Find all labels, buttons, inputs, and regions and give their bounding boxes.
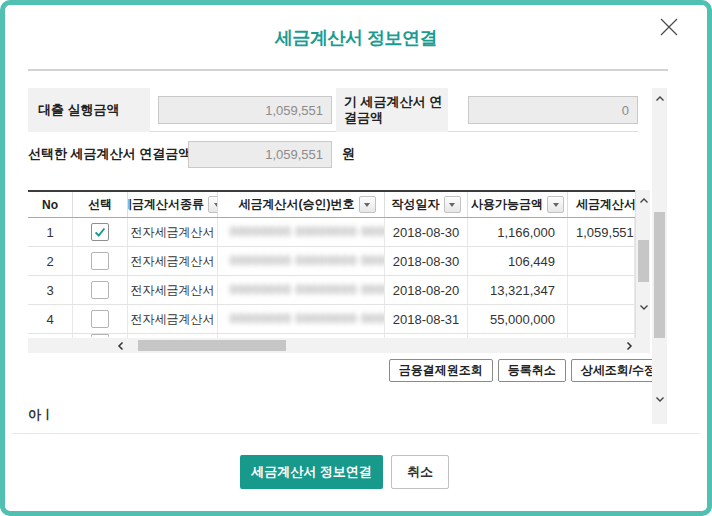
cell-linked-amount xyxy=(568,305,635,333)
dialog-vscroll-thumb[interactable] xyxy=(654,212,665,338)
grid-header-row: No 선택 세금계산서종류 세금계산서(승인)번호 작성일자 xyxy=(28,190,635,218)
chevron-up-icon[interactable] xyxy=(652,92,667,105)
cell-available-amount: 13,321,347 xyxy=(468,276,568,304)
cell-linked-amount xyxy=(568,247,635,275)
cell-no: 3 xyxy=(28,276,73,304)
chevron-down-icon[interactable] xyxy=(652,392,667,405)
cell-no: 1 xyxy=(28,218,73,246)
col-header-available-amount-label: 사용가능금액 xyxy=(471,196,543,213)
cell-approval-no-masked: 00000000 00000000 00000000 xyxy=(230,225,385,239)
cell-approval-no-masked: 00000000 00000000 00000000 xyxy=(230,283,385,297)
col-header-approval-no-label: 세금계산서(승인)번호 xyxy=(239,196,355,213)
col-header-select: 선택 xyxy=(73,192,128,217)
invoice-grid: No 선택 세금계산서종류 세금계산서(승인)번호 작성일자 xyxy=(28,190,650,338)
cell-linked-amount xyxy=(568,276,635,304)
col-header-invoice-type: 세금계산서종류 xyxy=(128,192,218,217)
row-checkbox[interactable] xyxy=(91,223,109,241)
cancel-registration-button[interactable]: 등록취소 xyxy=(498,359,566,382)
cell-available-amount: 55,000,000 xyxy=(468,305,568,333)
row-checkbox[interactable] xyxy=(91,310,109,328)
loan-exec-amount-label: 대출 실행금액 xyxy=(28,88,150,132)
cell-write-date: 2018-08-30 xyxy=(385,247,468,275)
chevron-down-icon[interactable] xyxy=(636,300,651,313)
col-header-no: No xyxy=(28,192,73,217)
table-row: 2 전자세금계산서 00000000 00000000 00000000 201… xyxy=(28,247,635,276)
filter-dropdown-icon[interactable] xyxy=(547,196,564,213)
title-divider xyxy=(28,69,668,71)
col-header-available-amount: 사용가능금액 xyxy=(468,192,568,217)
col-header-write-date-label: 작성일자 xyxy=(392,196,440,213)
selected-sum-row: 선택한 세금계산서 연결금액 합계 : 1,059,551 원 xyxy=(28,140,638,168)
cell-invoice-type: 전자세금계산서 xyxy=(128,276,218,304)
cell-no: 2 xyxy=(28,247,73,275)
cell-write-date: 2018-08-31 xyxy=(385,305,468,333)
filter-dropdown-icon[interactable] xyxy=(208,196,218,213)
col-header-write-date: 작성일자 xyxy=(385,192,468,217)
grid-action-buttons: 금융결제원조회 등록취소 상세조회/수정 xyxy=(28,359,666,382)
table-row: 1 전자세금계산서 00000000 00000000 00000000 201… xyxy=(28,218,635,247)
chevron-up-icon[interactable] xyxy=(636,194,651,207)
page-title: 세금계산서 정보연결 xyxy=(0,26,712,50)
cell-linked-amount: 1,059,551 xyxy=(568,218,635,246)
cell-write-date: 2018-08-20 xyxy=(385,276,468,304)
selected-sum-unit: 원 xyxy=(342,140,355,168)
prior-linked-amount-label: 기 세금계산서 연결금액 xyxy=(336,88,448,132)
confirm-link-button[interactable]: 세금계산서 정보연결 xyxy=(240,455,383,489)
row-checkbox[interactable] xyxy=(91,281,109,299)
loan-exec-amount-field: 1,059,551 xyxy=(158,96,332,124)
clipped-text-fragment: 아ㅣ xyxy=(28,406,54,424)
hscroll-thumb[interactable] xyxy=(138,340,286,351)
prior-linked-amount-field: 0 xyxy=(468,96,638,124)
cell-invoice-type: 전자세금계산서 xyxy=(128,218,218,246)
col-header-invoice-type-label: 세금계산서종류 xyxy=(128,196,204,213)
cancel-button[interactable]: 취소 xyxy=(391,455,449,489)
cell-invoice-type: 전자세금계산서 xyxy=(128,247,218,275)
chevron-left-icon[interactable] xyxy=(114,338,128,353)
grid-vscroll-thumb[interactable] xyxy=(638,240,649,282)
grid-vertical-scrollbar[interactable] xyxy=(635,190,650,338)
tax-invoice-link-dialog: 세금계산서 정보연결 대출 실행금액 1,059,551 기 세금계산서 연결금… xyxy=(0,0,712,516)
table-row: 4 전자세금계산서 00000000 00000000 00000000 201… xyxy=(28,305,635,334)
row-checkbox[interactable] xyxy=(91,252,109,270)
kftc-lookup-button[interactable]: 금융결제원조회 xyxy=(389,359,493,382)
cell-invoice-type: 전자세금계산서 xyxy=(128,305,218,333)
dialog-vertical-scrollbar[interactable] xyxy=(652,88,667,424)
grid-horizontal-scrollbar[interactable] xyxy=(28,338,650,353)
filter-dropdown-icon[interactable] xyxy=(444,196,461,213)
cell-write-date: 2018-08-30 xyxy=(385,218,468,246)
filter-dropdown-icon[interactable] xyxy=(359,196,376,213)
footer-divider xyxy=(12,433,700,434)
summary-form-row: 대출 실행금액 1,059,551 기 세금계산서 연결금액 0 xyxy=(28,88,638,132)
dialog-stage: 세금계산서 정보연결 대출 실행금액 1,059,551 기 세금계산서 연결금… xyxy=(0,0,712,516)
col-header-approval-no: 세금계산서(승인)번호 xyxy=(218,192,385,217)
selected-sum-field: 1,059,551 xyxy=(188,141,332,168)
table-row: 3 전자세금계산서 00000000 00000000 00000000 201… xyxy=(28,276,635,305)
cell-available-amount: 1,166,000 xyxy=(468,218,568,246)
cell-approval-no-masked: 00000000 00000000 00000000 xyxy=(230,254,385,268)
cell-no: 4 xyxy=(28,305,73,333)
chevron-right-icon[interactable] xyxy=(622,338,636,353)
cell-approval-no-masked: 00000000 00000000 00000000 xyxy=(230,312,385,326)
invoice-grid-main: No 선택 세금계산서종류 세금계산서(승인)번호 작성일자 xyxy=(28,190,635,338)
col-header-linked-amount: 세금계산서연결금액 xyxy=(568,192,635,217)
footer-buttons: 세금계산서 정보연결 취소 xyxy=(240,455,449,489)
cell-available-amount: 106,449 xyxy=(468,247,568,275)
row-checkbox[interactable] xyxy=(91,334,109,337)
grid-body: 1 전자세금계산서 00000000 00000000 00000000 201… xyxy=(28,218,635,334)
